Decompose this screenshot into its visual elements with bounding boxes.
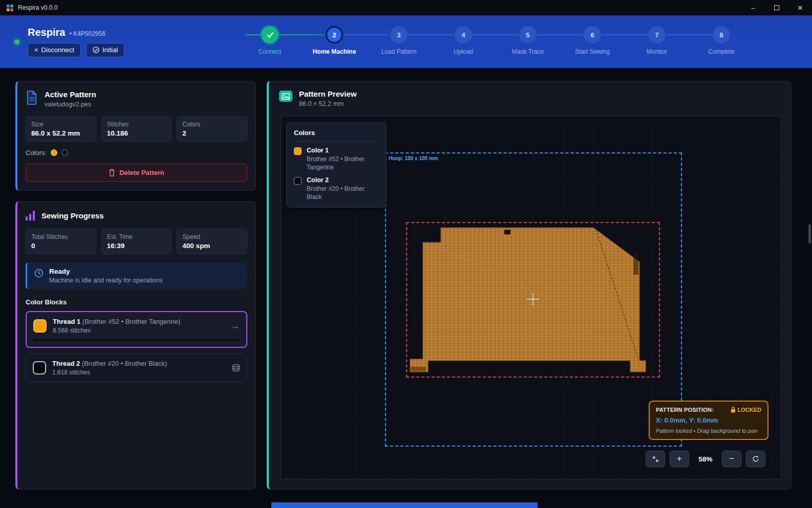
thread-detail: (Brother #20 • Brother Black) <box>82 360 167 367</box>
lock-icon <box>731 407 736 413</box>
step-number: 6 <box>584 26 601 43</box>
stat-est-time: Est. Time 16:39 <box>101 229 172 254</box>
thread-stitch-count: 1.618 stitches <box>52 369 226 376</box>
initial-button[interactable]: Initial <box>86 43 124 57</box>
step-number: 4 <box>455 26 472 43</box>
stat-value: 400 spm <box>182 242 242 250</box>
pattern-dimensions: 86.0 × 52.2 mm <box>299 100 357 107</box>
zoom-level: 58% <box>694 455 717 463</box>
color-dot-black <box>61 149 68 156</box>
step-label: Complete <box>708 48 734 55</box>
step-number: 7 <box>648 26 666 43</box>
step-connect[interactable]: Connect <box>238 26 302 55</box>
stat-label: Stitches <box>107 121 166 128</box>
check-icon <box>266 32 274 38</box>
step-label: Mask Trace <box>512 48 544 55</box>
brand-block: Respira • K4P502956 × Disconnect Initial <box>14 27 124 57</box>
thread-color-swatch <box>33 319 47 333</box>
maximize-icon <box>774 5 779 10</box>
bottom-accent-bar <box>271 502 538 508</box>
thread-row-2[interactable]: Thread 2 (Brother #20 • Brother Black) 1… <box>26 354 247 382</box>
step-mask-trace[interactable]: 5 Mask Trace <box>496 26 560 55</box>
window-titlebar: Respira v0.0.0 – ✕ <box>0 0 812 15</box>
pattern-canvas[interactable]: Hoop: 100 x 100 mm <box>281 116 781 479</box>
legend-color-detail: Brother #52 • Brother Tangerine <box>307 156 379 171</box>
plus-icon: + <box>677 454 682 464</box>
close-icon: ✕ <box>798 4 803 12</box>
step-home-machine[interactable]: 2 Home Machine <box>302 26 367 55</box>
minimize-button[interactable]: – <box>741 0 765 15</box>
legend-swatch <box>294 177 302 185</box>
image-icon <box>279 91 292 102</box>
minus-icon: − <box>729 454 734 464</box>
step-monitor[interactable]: 7 Monitor <box>625 26 689 55</box>
legend-color-detail: Brother #20 • Brother Black <box>307 185 379 201</box>
position-panel-title: PATTERN POSITION: <box>656 407 714 413</box>
locked-label: LOCKED <box>738 407 761 413</box>
bar-chart-icon <box>26 211 35 220</box>
zoom-controls: + 58% − <box>646 451 765 467</box>
close-button[interactable]: ✕ <box>788 0 812 15</box>
legend-item-color1: Color 1 Brother #52 • Brother Tangerine <box>294 147 379 171</box>
zoom-out-button[interactable]: − <box>722 451 741 467</box>
status-title: Ready <box>49 268 163 275</box>
color-legend: Colors Color 1 Brother #52 • Brother Tan… <box>286 122 387 208</box>
window-title: Respira v0.0.0 <box>18 4 57 11</box>
delete-pattern-label: Delete Pattern <box>119 169 164 176</box>
stat-label: Size <box>31 121 91 128</box>
stat-value: 16:39 <box>107 242 166 250</box>
pattern-filename: valetudogv2.pes <box>45 101 96 108</box>
stat-value: 86.0 x 52.2 mm <box>31 129 91 137</box>
maximize-button[interactable] <box>765 0 788 15</box>
main-content: Active Pattern valetudogv2.pes Size 86.0… <box>0 68 812 508</box>
step-upload[interactable]: 4 Upload <box>431 26 496 55</box>
pattern-position-panel: PATTERN POSITION: LOCKED X: 0.0mm, Y: 0.… <box>649 401 768 440</box>
status-message: Machine is idle and ready for operations <box>49 277 163 284</box>
stat-label: Total Stitches <box>31 233 91 240</box>
disconnect-label: Disconnect <box>41 46 74 54</box>
pattern-preview-card: Pattern Preview 86.0 × 52.2 mm Hoop: 100… <box>267 81 792 490</box>
step-number: 2 <box>326 26 343 43</box>
window-scrollbar-thumb[interactable] <box>808 224 811 244</box>
step-load-pattern[interactable]: 3 Load Pattern <box>367 26 431 55</box>
step-label: Monitor <box>647 48 667 55</box>
arrow-right-icon: → <box>230 321 240 332</box>
machine-status-banner: Ready Machine is idle and ready for oper… <box>26 262 247 289</box>
trash-icon <box>109 169 115 176</box>
color-dot-orange <box>51 149 57 156</box>
thread-row-1[interactable]: Thread 1 (Brother #52 • Brother Tangerin… <box>26 311 247 348</box>
minimize-icon: – <box>751 4 755 12</box>
step-label: Start Sewing <box>575 48 610 55</box>
app-header: Respira • K4P502956 × Disconnect Initial <box>0 15 812 68</box>
x-icon: × <box>34 46 38 54</box>
step-label: Upload <box>454 48 473 55</box>
card-title: Pattern Preview <box>299 90 357 98</box>
step-start-sewing[interactable]: 6 Start Sewing <box>560 26 625 55</box>
clock-icon <box>34 269 44 278</box>
pattern-coordinates: X: 0.0mm, Y: 0.0mm <box>656 416 761 424</box>
step-number: 5 <box>519 26 537 43</box>
legend-title: Colors <box>294 129 379 142</box>
stat-label: Est. Time <box>107 233 166 240</box>
disconnect-button[interactable]: × Disconnect <box>28 43 81 57</box>
stat-stitches: Stitches 10.186 <box>101 116 172 142</box>
active-pattern-card: Active Pattern valetudogv2.pes Size 86.0… <box>15 81 256 191</box>
thread-name: Thread 1 <box>53 318 80 325</box>
delete-pattern-button[interactable]: Delete Pattern <box>26 164 247 182</box>
left-column: Active Pattern valetudogv2.pes Size 86.0… <box>15 81 256 490</box>
card-title: Sewing Progress <box>41 211 104 220</box>
step-label: Load Pattern <box>381 48 417 55</box>
step-complete[interactable]: 8 Complete <box>689 26 754 55</box>
reset-view-button[interactable] <box>746 451 765 467</box>
stat-size: Size 86.0 x 52.2 mm <box>26 116 96 142</box>
thread-stitch-count: 8.568 stitches <box>53 327 224 334</box>
thread-progress-track <box>33 339 240 341</box>
fit-view-button[interactable] <box>646 451 665 467</box>
colors-label: Colors: <box>26 149 47 157</box>
stat-value: 2 <box>182 129 242 137</box>
app-name: Respira <box>28 27 65 38</box>
stat-value: 10.186 <box>107 129 166 137</box>
thread-name: Thread 2 <box>52 360 80 367</box>
machine-serial: • K4P502956 <box>69 30 105 37</box>
zoom-in-button[interactable]: + <box>670 451 689 467</box>
